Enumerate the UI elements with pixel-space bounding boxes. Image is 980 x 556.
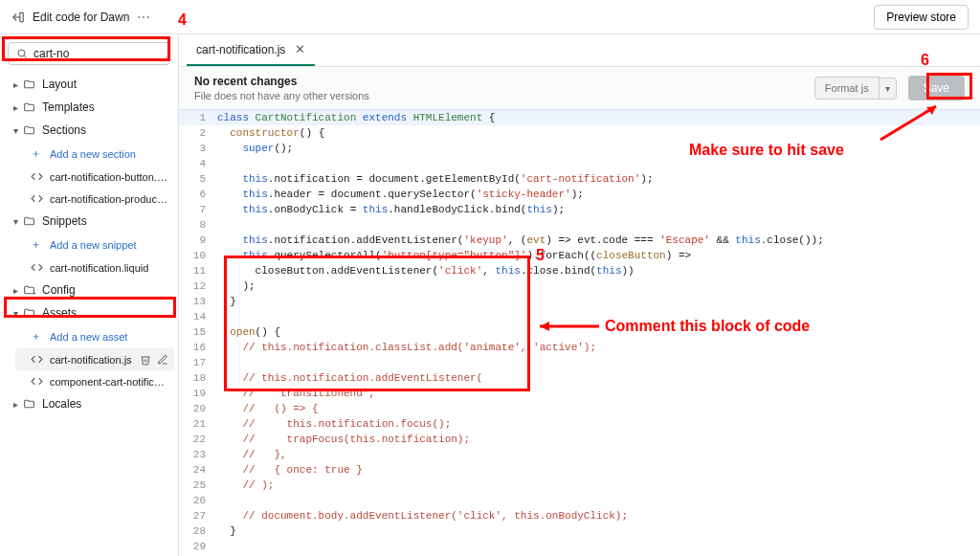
chevron-down-icon: ▾: [10, 125, 21, 136]
code-line[interactable]: 27 // document.body.addEventListener('cl…: [179, 508, 980, 523]
save-button[interactable]: Save: [908, 76, 965, 100]
code-text: this.notification = document.getElementB…: [215, 171, 653, 187]
code-line[interactable]: 11 closeButton.addEventListener('click',…: [179, 263, 980, 278]
code-line[interactable]: 29: [179, 539, 980, 554]
code-line[interactable]: 25 // );: [179, 478, 980, 493]
search-input[interactable]: [8, 42, 170, 65]
code-text: closeButton.addEventListener('click', th…: [215, 263, 635, 278]
tab-label: cart-notification.js: [196, 43, 285, 56]
code-line[interactable]: 21 // this.notification.focus();: [179, 416, 980, 432]
exit-icon[interactable]: [11, 11, 25, 24]
line-number: 16: [179, 340, 215, 355]
file-item[interactable]: component-cart-notification.css: [15, 370, 174, 392]
code-line[interactable]: 10 this.querySelectorAll('button[type="b…: [179, 248, 980, 263]
line-number: 7: [179, 202, 215, 217]
add-new-asset[interactable]: ＋ Add a new asset: [15, 324, 174, 348]
file-item[interactable]: cart-notification-button.liquid: [15, 166, 174, 188]
line-number: 5: [179, 171, 215, 187]
code-text: class CartNotification extends HTMLEleme…: [215, 110, 495, 125]
line-number: 3: [179, 141, 215, 156]
editor-toolbar: No recent changes File does not have any…: [179, 67, 980, 110]
close-icon[interactable]: ✕: [295, 42, 305, 56]
code-line[interactable]: 7 this.onBodyClick = this.handleBodyClic…: [179, 202, 980, 217]
line-number: 6: [179, 187, 215, 202]
code-line[interactable]: 28 }: [179, 523, 980, 539]
chevron-down-icon: ▾: [10, 308, 21, 319]
code-line[interactable]: 16 // this.notification.classList.add('a…: [179, 340, 980, 355]
code-icon: [31, 261, 44, 274]
code-line[interactable]: 23 // },: [179, 447, 980, 462]
code-line[interactable]: 19 // 'transitionend',: [179, 386, 980, 401]
folder-icon: [23, 124, 36, 137]
code-line[interactable]: 4: [179, 156, 980, 171]
line-number: 22: [179, 432, 215, 447]
editor-pane: cart-notification.js ✕ No recent changes…: [179, 34, 980, 556]
code-line[interactable]: 17: [179, 355, 980, 370]
folder-assets[interactable]: ▾ Assets: [4, 301, 174, 324]
preview-store-button[interactable]: Preview store: [874, 5, 969, 30]
toolbar-title: No recent changes: [194, 75, 814, 88]
more-icon[interactable]: ⋯: [137, 10, 150, 25]
code-line[interactable]: 1class CartNotification extends HTMLElem…: [179, 110, 980, 125]
folder-label: Locales: [42, 397, 81, 411]
code-text: // { once: true }: [215, 462, 363, 478]
file-label: cart-notification.liquid: [50, 262, 148, 274]
code-line[interactable]: 13 }: [179, 294, 980, 309]
line-number: 13: [179, 294, 215, 309]
rename-icon[interactable]: [157, 354, 168, 366]
code-text: this.header = document.querySelector('st…: [215, 187, 584, 202]
line-number: 18: [179, 370, 215, 386]
folder-label: Sections: [42, 123, 86, 137]
file-item-selected[interactable]: cart-notification.js: [15, 348, 174, 370]
code-line[interactable]: 2 constructor() {: [179, 125, 980, 141]
format-button[interactable]: Format js: [814, 77, 880, 100]
code-text: }: [215, 294, 236, 309]
code-line[interactable]: 14: [179, 309, 980, 324]
tab-active[interactable]: cart-notification.js ✕: [187, 34, 315, 66]
add-label: Add a new snippet: [50, 239, 137, 251]
code-editor[interactable]: 1class CartNotification extends HTMLElem…: [179, 110, 980, 556]
add-new-snippet[interactable]: ＋ Add a new snippet: [15, 233, 174, 256]
folder-config[interactable]: ▸ Config: [4, 278, 174, 301]
code-text: // );: [215, 478, 274, 493]
folder-label: Config: [42, 283, 76, 297]
code-line[interactable]: 3 super();: [179, 141, 980, 156]
code-line[interactable]: 20 // () => {: [179, 401, 980, 416]
code-line[interactable]: 22 // trapFocus(this.notification);: [179, 432, 980, 447]
code-line[interactable]: 12 );: [179, 278, 980, 294]
line-number: 25: [179, 478, 215, 493]
code-line[interactable]: 15 open() {: [179, 324, 980, 340]
folder-templates[interactable]: ▸ Templates: [4, 96, 174, 119]
chevron-right-icon: ▸: [10, 399, 21, 410]
code-line[interactable]: 18 // this.notification.addEventListener…: [179, 370, 980, 386]
delete-icon[interactable]: [140, 354, 151, 366]
code-line[interactable]: 6 this.header = document.querySelector('…: [179, 187, 980, 202]
file-item[interactable]: cart-notification.liquid: [15, 256, 174, 278]
code-text: this.onBodyClick = this.handleBodyClick.…: [215, 202, 565, 217]
code-text: this.notification.addEventListener('keyu…: [215, 233, 824, 248]
line-number: 15: [179, 324, 215, 340]
line-number: 29: [179, 539, 215, 554]
code-text: // this.notification.classList.add('anim…: [215, 340, 596, 355]
search-field[interactable]: [33, 47, 177, 60]
chevron-right-icon: ▸: [10, 79, 21, 90]
code-line[interactable]: 5 this.notification = document.getElemen…: [179, 171, 980, 187]
folder-locales[interactable]: ▸ Locales: [4, 392, 174, 415]
toolbar-subtitle: File does not have any other versions: [194, 90, 814, 101]
annotation-number-4: 4: [178, 11, 187, 29]
folder-snippets[interactable]: ▾ Snippets: [4, 210, 174, 233]
annotation-save-hint: Make sure to hit save: [689, 142, 844, 159]
add-new-section[interactable]: ＋ Add a new section: [15, 142, 174, 166]
format-dropdown[interactable]: ▾: [880, 78, 897, 100]
line-number: 26: [179, 493, 215, 508]
line-number: 27: [179, 508, 215, 523]
code-text: [215, 493, 217, 508]
code-text: [215, 355, 217, 370]
code-line[interactable]: 24 // { once: true }: [179, 462, 980, 478]
file-item[interactable]: cart-notification-product.liquid: [15, 188, 174, 210]
folder-layout[interactable]: ▸ Layout: [4, 73, 174, 96]
folder-sections[interactable]: ▾ Sections: [4, 119, 174, 142]
code-line[interactable]: 8: [179, 217, 980, 233]
code-line[interactable]: 26: [179, 493, 980, 508]
code-line[interactable]: 9 this.notification.addEventListener('ke…: [179, 233, 980, 248]
